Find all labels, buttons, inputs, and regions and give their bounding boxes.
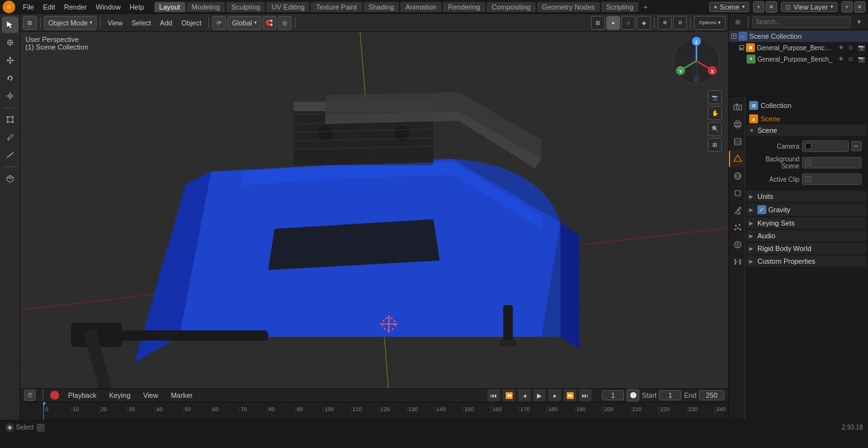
visibility-btn-1[interactable]: 👁 xyxy=(836,43,845,52)
render-visibility-btn-1[interactable]: 📷 xyxy=(857,43,865,52)
viewport-side-zoom-btn[interactable]: 🔍 xyxy=(708,122,722,136)
bg-scene-value[interactable] xyxy=(802,157,862,168)
camera-value[interactable] xyxy=(802,140,849,152)
step-back-btn[interactable]: ◂ xyxy=(518,389,531,402)
scene-selector[interactable]: ● Scene ▾ xyxy=(709,2,749,12)
tab-animation[interactable]: Animation xyxy=(400,2,442,12)
play-btn[interactable]: ▶ xyxy=(533,389,546,402)
options-btn[interactable]: Options ▾ xyxy=(694,16,726,30)
overlay-btn[interactable]: ⊕ xyxy=(658,16,672,30)
tool-transform[interactable] xyxy=(2,111,18,128)
outliner-filter-btn[interactable]: ▼ xyxy=(853,16,865,29)
snap-btn[interactable]: 🧲 xyxy=(262,16,276,30)
outliner-type-btn[interactable]: ⊞ xyxy=(731,16,744,29)
prop-object-btn[interactable] xyxy=(729,185,745,201)
timeline-ruler[interactable]: 0 10 20 30 40 50 xyxy=(43,402,726,420)
prop-scene-btn[interactable] xyxy=(729,151,745,167)
gravity-header[interactable]: ▶ ✓ Gravity xyxy=(747,203,867,216)
end-frame-input[interactable] xyxy=(699,390,724,400)
tab-sculpting[interactable]: Sculpting xyxy=(226,2,265,12)
step-forward-btn[interactable]: ▸ xyxy=(548,389,561,402)
scene-subsection-header[interactable]: ▼ Scene xyxy=(747,125,867,136)
tool-move[interactable] xyxy=(2,52,18,69)
view-layer-selector[interactable]: ◫ View Layer ▾ xyxy=(781,2,837,12)
prev-keyframe-btn[interactable]: ⏪ xyxy=(503,389,515,402)
jump-start-btn[interactable]: ⏮ xyxy=(487,389,500,402)
menu-file[interactable]: File xyxy=(19,2,38,12)
outliner-item-2[interactable]: ✦ General_Purpose_Bench_ 👁 ⊙ 📷 xyxy=(729,53,868,65)
shading-render-btn[interactable]: ◈ xyxy=(637,16,651,30)
rigid-body-header[interactable]: ▶ Rigid Body World xyxy=(747,243,867,254)
keying-menu[interactable]: Keying xyxy=(105,390,135,400)
tool-add-cube[interactable] xyxy=(2,170,18,187)
prop-render-btn[interactable] xyxy=(729,99,745,116)
frame-clock-btn[interactable]: 🕐 xyxy=(627,389,639,402)
menu-edit[interactable]: Edit xyxy=(39,2,59,12)
timeline-type-btn[interactable]: ⏱ xyxy=(24,390,36,401)
tool-measure[interactable] xyxy=(2,147,18,163)
shading-wire-btn[interactable]: ⊞ xyxy=(591,16,605,30)
record-button[interactable] xyxy=(50,391,59,400)
jump-end-btn[interactable]: ⏭ xyxy=(579,389,592,402)
marker-menu[interactable]: Marker xyxy=(167,390,196,400)
view-menu[interactable]: View xyxy=(104,18,126,28)
tab-geometry-nodes[interactable]: Geometry Nodes xyxy=(537,2,600,12)
viewport-area[interactable]: User Perspective (1) Scene Collection Z xyxy=(20,32,728,388)
viewport-side-camera-btn[interactable]: 📷 xyxy=(708,90,722,104)
transform-btn[interactable]: ⟳ xyxy=(212,16,226,30)
nav-gizmo[interactable]: Z X Y xyxy=(671,36,722,86)
tab-modeling[interactable]: Modeling xyxy=(187,2,226,12)
mode-selector[interactable]: Object Mode ▾ xyxy=(44,16,97,30)
selectable-btn-2[interactable]: ⊙ xyxy=(846,55,855,64)
timeline-view-menu[interactable]: View xyxy=(139,390,162,400)
tool-scale[interactable] xyxy=(2,88,18,104)
playback-menu[interactable]: Playback xyxy=(64,390,100,400)
prop-physics-btn[interactable] xyxy=(729,236,745,253)
transform-selector[interactable]: Global ▾ xyxy=(227,16,261,30)
prop-particles-btn[interactable] xyxy=(729,219,745,236)
viewport-type-btn[interactable]: ⊞ xyxy=(23,16,37,30)
prop-output-btn[interactable] xyxy=(729,116,745,133)
view-layer-add-btn[interactable]: + xyxy=(841,1,853,13)
tool-annotate[interactable] xyxy=(2,129,18,146)
visibility-btn-2[interactable]: 👁 xyxy=(836,55,845,64)
app-logo[interactable] xyxy=(3,1,15,13)
current-frame-input[interactable] xyxy=(602,390,624,400)
select-menu[interactable]: Select xyxy=(128,18,155,28)
scene-add-btn[interactable]: + xyxy=(753,1,764,13)
shading-solid-btn[interactable]: ● xyxy=(606,16,620,30)
tab-layout[interactable]: Layout xyxy=(154,2,186,12)
tool-rotate[interactable] xyxy=(2,70,18,86)
proportional-btn[interactable]: ◎ xyxy=(278,16,292,30)
add-menu[interactable]: Add xyxy=(156,18,177,28)
units-header[interactable]: ▶ Units xyxy=(747,191,867,202)
prop-world-btn[interactable] xyxy=(729,168,745,184)
viewport-side-hand-btn[interactable]: ✋ xyxy=(708,106,722,120)
shading-material-btn[interactable]: ○ xyxy=(621,16,635,30)
prop-constraints-btn[interactable] xyxy=(729,254,745,270)
tab-shading[interactable]: Shading xyxy=(363,2,399,12)
scene-collection-item[interactable]: ▼ 🔺 Scene Collection xyxy=(729,31,868,42)
viewport-side-grid-btn[interactable]: ⊞ xyxy=(708,138,722,152)
menu-render[interactable]: Render xyxy=(60,2,91,12)
view-layer-delete-btn[interactable]: ✕ xyxy=(854,1,865,13)
audio-header[interactable]: ▶ Audio xyxy=(747,230,867,241)
scene-delete-btn[interactable]: ✕ xyxy=(766,1,777,13)
prop-view-layer-btn[interactable] xyxy=(729,133,745,150)
outliner-search[interactable] xyxy=(752,17,851,28)
tab-scripting[interactable]: Scripting xyxy=(601,2,639,12)
tool-cursor[interactable] xyxy=(2,34,18,51)
custom-props-header[interactable]: ▶ Custom Properties xyxy=(747,255,867,267)
camera-edit-btn[interactable]: ✏ xyxy=(851,141,862,151)
prop-modifier-btn[interactable] xyxy=(729,202,745,219)
xray-btn[interactable]: ⊘ xyxy=(673,16,687,30)
start-frame-input[interactable] xyxy=(659,390,681,400)
tab-texture-paint[interactable]: Texture Paint xyxy=(311,2,362,12)
tab-uv-editing[interactable]: UV Editing xyxy=(266,2,309,12)
selectable-btn-1[interactable]: ⊙ xyxy=(846,43,855,52)
active-clip-value[interactable] xyxy=(802,173,862,185)
tool-select[interactable] xyxy=(2,17,18,33)
gravity-checkbox[interactable]: ✓ xyxy=(757,205,766,214)
tab-compositing[interactable]: Compositing xyxy=(487,2,536,12)
render-visibility-btn-2[interactable]: 📷 xyxy=(857,55,865,64)
